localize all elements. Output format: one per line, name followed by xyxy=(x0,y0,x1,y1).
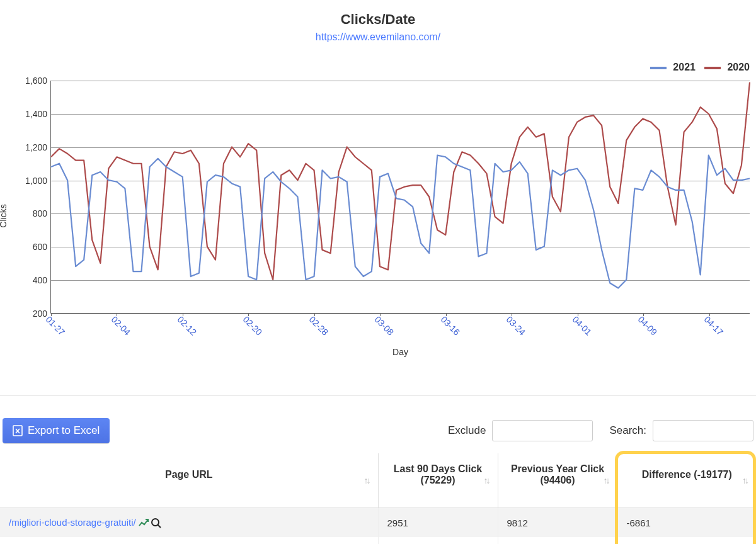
search-label: Search: xyxy=(609,424,646,437)
col-diff[interactable]: Difference (-19177) ↑↓ xyxy=(617,453,756,508)
legend-item-2021: 2021 xyxy=(650,62,696,73)
x-tick: 03-16 xyxy=(438,314,462,337)
cell-last90: 5284 xyxy=(378,537,498,544)
magnify-icon[interactable] xyxy=(151,518,161,528)
exclude-input[interactable] xyxy=(492,420,593,441)
y-tick: 1,000 xyxy=(9,176,47,186)
y-tick: 800 xyxy=(9,208,47,218)
x-tick: 02-28 xyxy=(307,314,331,337)
sort-icon: ↑↓ xyxy=(604,475,609,485)
x-tick: 03-24 xyxy=(505,314,528,337)
sort-icon: ↑↓ xyxy=(484,475,489,485)
cell-prevyear: 6985 xyxy=(498,537,617,544)
cell-url: /migliori-cloud-storage-gratuiti/ xyxy=(0,508,378,538)
col-last90[interactable]: Last 90 Days Click (75229) ↑↓ xyxy=(378,453,498,508)
chart-plot-area: Day 01-2702-0402-1202-2002-2803-0803-160… xyxy=(50,81,750,314)
x-tick: 01-27 xyxy=(44,314,67,337)
cell-diff: -1701 xyxy=(617,537,756,544)
sort-icon: ↑↓ xyxy=(364,475,369,485)
site-link[interactable]: https://www.evemilano.com/ xyxy=(316,31,440,42)
y-tick: 200 xyxy=(9,309,47,319)
cell-prevyear: 9812 xyxy=(498,508,617,538)
x-tick: 04-17 xyxy=(702,314,725,337)
x-tick: 02-12 xyxy=(176,314,199,337)
cell-diff: -6861 xyxy=(617,508,756,538)
chart-legend: 2021 2020 xyxy=(650,62,750,73)
y-axis-label: Clicks xyxy=(0,204,8,227)
y-tick: 1,200 xyxy=(9,142,47,152)
legend-swatch-2020 xyxy=(704,67,721,69)
excel-icon xyxy=(13,425,23,436)
col-prevyear[interactable]: Previous Year Click (94406) ↑↓ xyxy=(498,453,617,508)
cell-last90: 2951 xyxy=(378,508,498,538)
y-tick: 400 xyxy=(9,275,47,285)
legend-item-2020: 2020 xyxy=(704,62,750,73)
export-button[interactable]: Export to Excel xyxy=(3,418,110,443)
y-tick: 1,400 xyxy=(9,109,47,119)
page-url-link[interactable]: /migliori-cloud-storage-gratuiti/ xyxy=(9,517,136,528)
x-axis-label: Day xyxy=(392,347,408,357)
x-tick: 04-01 xyxy=(570,314,593,337)
x-tick: 02-20 xyxy=(241,314,265,337)
search-input[interactable] xyxy=(653,420,753,441)
chart-icon[interactable] xyxy=(139,518,149,528)
x-tick: 03-08 xyxy=(373,314,396,337)
toolbar: Export to Excel Exclude Search: xyxy=(0,418,756,443)
x-tick: 02-04 xyxy=(110,314,133,337)
legend-swatch-2021 xyxy=(650,67,667,69)
col-url[interactable]: Page URL ↑↓ xyxy=(0,453,378,508)
series-line-2021 xyxy=(51,156,750,288)
cell-url: /rimuovere-spazi-excel/ xyxy=(0,537,378,544)
x-tick: 04-09 xyxy=(636,314,660,337)
chart-title: Clicks/Date xyxy=(0,11,756,28)
series-line-2020 xyxy=(51,82,750,280)
exclude-label: Exclude xyxy=(448,424,486,437)
clicks-chart[interactable]: 2021 2020 Clicks 2004006008001,0001,2001… xyxy=(0,62,756,370)
chart-subtitle: https://www.evemilano.com/ xyxy=(0,31,756,43)
sort-icon: ↑↓ xyxy=(742,475,747,485)
y-tick: 1,600 xyxy=(9,76,47,86)
y-tick: 600 xyxy=(9,242,47,252)
chart-lines xyxy=(51,81,750,313)
results-table: Page URL ↑↓ Last 90 Days Click (75229) ↑… xyxy=(0,453,756,544)
table-row: /migliori-cloud-storage-gratuiti/2951981… xyxy=(0,508,756,538)
table-row: /rimuovere-spazi-excel/52846985-1701 xyxy=(0,537,756,544)
